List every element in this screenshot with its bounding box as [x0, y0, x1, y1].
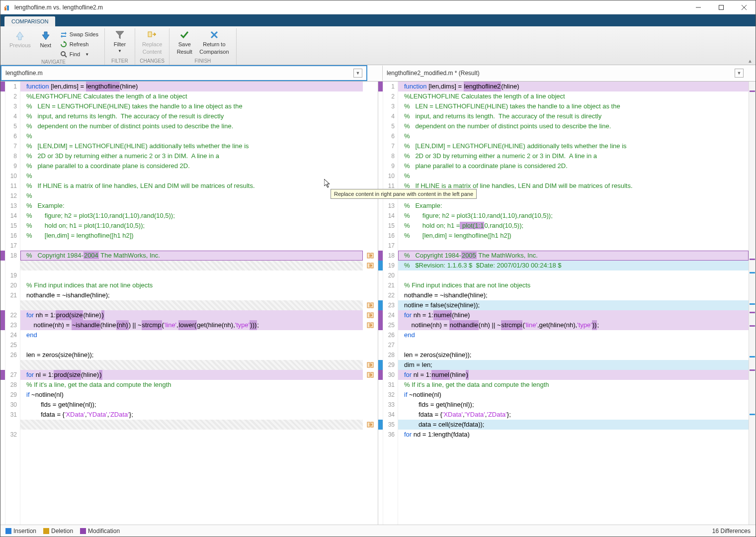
code-line[interactable]: if ~notline(nl) — [398, 390, 749, 400]
merge-right-icon[interactable] — [366, 361, 374, 369]
code-line[interactable]: % — [20, 131, 363, 141]
code-line[interactable]: flds = get(hline(nl)); — [398, 400, 749, 410]
code-line[interactable]: for nl = 1:prod(size(hline)) — [20, 370, 363, 380]
code-line[interactable]: % LEN = LENGTHOFLINE(HLINE) takes the ha… — [20, 101, 363, 111]
merge-right-icon[interactable] — [366, 321, 374, 329]
code-line[interactable]: len = zeros(size(hline)); — [20, 350, 363, 360]
code-line[interactable]: len = zeros(size(hline)); — [398, 350, 749, 360]
code-line[interactable] — [20, 340, 363, 350]
code-line[interactable]: % If it's a line, get the data and compu… — [398, 380, 749, 390]
right-file-header[interactable]: lengthofline2_modified.m * (Result) ▼ — [382, 65, 749, 81]
code-line[interactable]: % figure; h2 = plot3(1:10,rand(1,10),ran… — [20, 211, 363, 221]
filter-button[interactable]: Filter▼ — [109, 28, 131, 54]
code-line[interactable]: end — [398, 330, 749, 340]
code-line[interactable]: % 2D or 3D by returning either a numeric… — [20, 151, 363, 161]
code-line[interactable]: % Find input indices that are not line o… — [20, 280, 363, 290]
right-file-dropdown[interactable]: ▼ — [735, 69, 744, 78]
svg-rect-1 — [7, 5, 9, 10]
code-line[interactable]: % hold on; h1 = plot(1:10,rand(10,5)); — [398, 221, 749, 231]
code-line[interactable]: notline(nh) = ~ishandle(hline(nh)) || ~s… — [20, 320, 363, 330]
code-line[interactable] — [20, 261, 363, 270]
left-file-header[interactable]: lengthofline.m ▼ — [0, 65, 367, 81]
window-title: lengthofline.m vs. lengthofline2.m — [14, 4, 687, 11]
save-result-button[interactable]: SaveResult — [173, 28, 195, 54]
code-line[interactable]: % [LEN,DIM] = LENGTHOFLINE(HLINE) additi… — [20, 141, 363, 151]
merge-right-icon[interactable] — [366, 252, 374, 260]
right-code[interactable]: function [len,dims] = lengthofline2(hlin… — [398, 82, 749, 525]
code-line[interactable]: % [len,dim] = lengthofline([h1 h2]) — [20, 231, 363, 241]
merge-right-icon[interactable] — [366, 262, 374, 269]
return-button[interactable]: Return toComparison — [196, 28, 232, 54]
code-line[interactable]: % [len,dim] = lengthofline([h1 h2]) — [398, 231, 749, 241]
ribbon-collapse-icon[interactable]: ▲ — [748, 58, 753, 64]
code-line[interactable]: % hold on; h1 = plot(1:10,rand(10,5)); — [20, 221, 363, 231]
code-line[interactable]: % 2D or 3D by returning either a numeric… — [398, 151, 749, 161]
code-line[interactable]: %LENGTHOFLINE Calculates the length of a… — [398, 91, 749, 101]
code-line[interactable]: % Find input indices that are not line o… — [398, 280, 749, 290]
code-line[interactable]: % dependent on the number of distinct po… — [20, 121, 363, 131]
left-file-dropdown[interactable]: ▼ — [353, 69, 362, 78]
code-line[interactable]: nothandle = ~ishandle(hline); — [398, 290, 749, 300]
code-line[interactable]: fdata = {'XData','YData','ZData'}; — [398, 410, 749, 420]
maximize-button[interactable] — [710, 0, 733, 14]
code-line[interactable]: notline(nh) = nothandle(nh) || ~strcmpi(… — [398, 320, 749, 330]
code-line[interactable]: notline = false(size(hline)); — [398, 300, 749, 310]
code-line[interactable]: % figure; h2 = plot3(1:10,rand(1,10),ran… — [398, 211, 749, 221]
replace-icon — [146, 29, 158, 40]
code-line[interactable]: %LENGTHOFLINE Calculates the length of a… — [20, 91, 363, 101]
next-button[interactable]: Next — [35, 28, 57, 54]
left-code[interactable]: function [len,dims] = lengthofline(hline… — [20, 82, 363, 525]
code-line[interactable]: for nd = 1:length(fdata) — [398, 430, 749, 440]
code-line[interactable]: % — [398, 131, 749, 141]
code-line[interactable]: % — [398, 171, 749, 181]
code-line[interactable] — [20, 300, 363, 310]
tab-comparison[interactable]: COMPARISON — [4, 16, 55, 26]
refresh-button[interactable]: Refresh — [58, 39, 100, 49]
code-line[interactable]: nothandle = ~ishandle(hline); — [20, 290, 363, 300]
code-line[interactable]: % Copyright 1984-2005 The MathWorks, Inc… — [398, 251, 749, 261]
code-line[interactable]: % plane parallel to a coordinate plane i… — [20, 161, 363, 171]
code-line[interactable]: if ~notline(nl) — [20, 390, 363, 400]
code-line[interactable]: % plane parallel to a coordinate plane i… — [398, 161, 749, 171]
code-line[interactable] — [20, 241, 363, 251]
code-line[interactable] — [20, 430, 363, 440]
code-line[interactable]: for nl = 1:numel(hline) — [398, 370, 749, 380]
code-line[interactable]: % $Revision: 1.1.6.3 $ $Date: 2007/01/30… — [398, 261, 749, 270]
merge-right-icon[interactable] — [366, 421, 374, 429]
code-line[interactable] — [398, 270, 749, 280]
merge-right-icon[interactable] — [366, 371, 374, 379]
code-line[interactable] — [398, 340, 749, 350]
code-line[interactable]: % — [20, 191, 363, 201]
close-button[interactable] — [733, 0, 756, 14]
code-line[interactable]: function [len,dims] = lengthofline2(hlin… — [398, 82, 749, 91]
code-line[interactable]: % input, and returns its length. The acc… — [20, 111, 363, 121]
code-line[interactable]: % LEN = LENGTHOFLINE(HLINE) takes the ha… — [398, 101, 749, 111]
find-button[interactable]: Find▼ — [58, 49, 100, 59]
overview-strip[interactable] — [749, 82, 756, 525]
code-line[interactable]: function [len,dims] = lengthofline(hline… — [20, 82, 363, 91]
code-line[interactable]: for nh = 1:prod(size(hline)) — [20, 310, 363, 320]
code-line[interactable] — [20, 360, 363, 370]
code-line[interactable]: % If HLINE is a matrix of line handles, … — [20, 181, 363, 191]
code-line[interactable] — [20, 420, 363, 430]
code-line[interactable]: % If it's a line, get the data and compu… — [20, 380, 363, 390]
merge-right-icon[interactable] — [366, 301, 374, 309]
code-line[interactable]: % — [20, 171, 363, 181]
code-line[interactable]: % Example: — [398, 201, 749, 211]
code-line[interactable]: % input, and returns its length. The acc… — [398, 111, 749, 121]
code-line[interactable]: flds = get(hline(nl)); — [20, 400, 363, 410]
code-line[interactable]: % [LEN,DIM] = LENGTHOFLINE(HLINE) additi… — [398, 141, 749, 151]
minimize-button[interactable] — [687, 0, 710, 14]
code-line[interactable]: % dependent on the number of distinct po… — [398, 121, 749, 131]
code-line[interactable]: end — [20, 330, 363, 340]
code-line[interactable]: data = cell(size(fdata)); — [398, 420, 749, 430]
code-line[interactable]: % Example: — [20, 201, 363, 211]
code-line[interactable]: % Copyright 1984-2004 The MathWorks, Inc… — [20, 251, 363, 261]
swap-sides-button[interactable]: Swap Sides — [58, 29, 100, 39]
code-line[interactable]: dim = len; — [398, 360, 749, 370]
code-line[interactable] — [398, 241, 749, 251]
code-line[interactable] — [20, 270, 363, 280]
code-line[interactable]: fdata = {'XData','YData','ZData'}; — [20, 410, 363, 420]
merge-right-icon[interactable] — [366, 311, 374, 319]
code-line[interactable]: for nh = 1:numel(hline) — [398, 310, 749, 320]
